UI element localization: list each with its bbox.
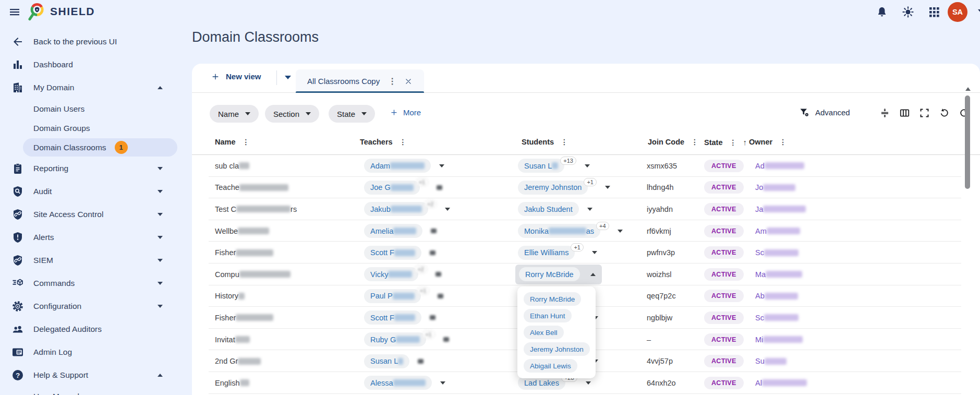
- sidebar-item-user-manual[interactable]: User Manual: [0, 387, 188, 395]
- chevron-down-icon[interactable]: [158, 167, 163, 170]
- dropdown-option[interactable]: Jeremy Johnston: [524, 342, 596, 356]
- vertical-scrollbar[interactable]: [965, 95, 970, 189]
- teacher-chip[interactable]: Scott F: [364, 246, 421, 260]
- chip-label: Name: [218, 110, 239, 118]
- row-height-icon[interactable]: [879, 107, 890, 118]
- notifications-icon[interactable]: [876, 6, 888, 18]
- sidebar-item-alerts[interactable]: Alerts: [0, 226, 188, 249]
- chevron-down-icon[interactable]: [158, 282, 163, 285]
- sidebar-item-domain-classrooms[interactable]: Domain Classrooms1: [0, 138, 188, 157]
- cell-teachers: Vicky +2: [364, 264, 441, 285]
- dropdown-option[interactable]: Ethan Hunt: [524, 309, 596, 322]
- teacher-chip[interactable]: Joe G: [364, 181, 420, 195]
- chevron-down-icon[interactable]: [158, 190, 163, 193]
- student-chip[interactable]: Ellie Williams: [518, 246, 575, 260]
- sidebar-item-audit[interactable]: Audit: [0, 180, 188, 203]
- theme-toggle-icon[interactable]: [902, 6, 914, 18]
- chevron-up-icon[interactable]: [158, 374, 163, 377]
- student-chip[interactable]: Rorry McBride: [519, 267, 580, 281]
- students-combobox-open[interactable]: Rorry McBride: [515, 265, 602, 284]
- column-menu-icon[interactable]: ⋮: [561, 138, 568, 146]
- sidebar-item-commands[interactable]: Commands: [0, 272, 188, 295]
- tab-close-icon[interactable]: [405, 78, 412, 85]
- chevron-down-icon[interactable]: [439, 164, 444, 167]
- sidebar-item-my-domain[interactable]: My Domain: [0, 76, 188, 99]
- dropdown-option[interactable]: Rorry McBride: [524, 292, 596, 306]
- tab-kebab-icon[interactable]: ⋮: [388, 76, 396, 86]
- avatar[interactable]: SA: [948, 2, 967, 22]
- cell-state: ACTIVE: [704, 177, 744, 199]
- filter-chip-name[interactable]: Name: [210, 105, 259, 123]
- tab-all-classrooms-copy[interactable]: All Classrooms Copy ⋮: [296, 69, 424, 93]
- column-menu-icon[interactable]: ⋮: [691, 138, 698, 146]
- columns-icon[interactable]: [899, 107, 910, 118]
- sidebar-item-site-access-control[interactable]: Site Access Control: [0, 203, 188, 226]
- sidebar-item-domain-groups[interactable]: Domain Groups: [0, 118, 188, 138]
- more-filters-button[interactable]: More: [390, 108, 421, 117]
- chevron-down-icon[interactable]: [158, 213, 163, 216]
- cell-join-code: qeq7p2c: [647, 285, 676, 307]
- column-menu-icon[interactable]: ⋮: [243, 138, 250, 146]
- chevron-down-icon[interactable]: [587, 208, 592, 211]
- teacher-chip[interactable]: Ruby G: [364, 332, 426, 346]
- student-chip[interactable]: Monika as: [518, 224, 600, 238]
- chevron-down-icon[interactable]: [158, 305, 163, 308]
- teacher-chip[interactable]: Scott F: [364, 310, 421, 325]
- student-chip[interactable]: Jakub Student: [518, 202, 579, 216]
- teacher-chip[interactable]: Adam: [364, 159, 431, 173]
- student-chip[interactable]: Susan L: [518, 159, 564, 173]
- student-chip[interactable]: Jeremy Johnston: [518, 181, 588, 195]
- teacher-chip[interactable]: Amelia: [364, 224, 422, 238]
- advanced-filter-button[interactable]: Advanced: [799, 107, 850, 118]
- dropdown-option[interactable]: Abigail Lewis: [524, 359, 596, 373]
- undo-icon[interactable]: [939, 107, 950, 118]
- column-header-students[interactable]: Students⋮: [522, 138, 568, 146]
- column-header-teachers[interactable]: Teachers⋮: [360, 138, 407, 146]
- new-view-button[interactable]: New view: [211, 72, 261, 81]
- scrollbar-up-icon[interactable]: [965, 87, 971, 91]
- chevron-down-icon[interactable]: [605, 186, 610, 189]
- hamburger-menu-icon[interactable]: [8, 6, 21, 18]
- sidebar-item-configuration[interactable]: Configuration: [0, 295, 188, 318]
- filter-chip-state[interactable]: State: [329, 105, 375, 123]
- teacher-chip[interactable]: Vicky: [364, 267, 418, 281]
- teacher-chip[interactable]: Paul P: [364, 289, 421, 303]
- chevron-down-icon[interactable]: [440, 381, 445, 385]
- sidebar-item-dashboard[interactable]: Dashboard: [0, 53, 188, 76]
- chevron-down-icon[interactable]: [445, 208, 450, 211]
- column-header-owner[interactable]: Owner⋮: [749, 138, 787, 146]
- chevron-up-icon[interactable]: [158, 86, 163, 89]
- sort-ascending-icon[interactable]: ↑: [743, 138, 747, 147]
- cell-name: Teache: [215, 177, 288, 199]
- sidebar-item-help-support[interactable]: ?Help & Support: [0, 364, 188, 387]
- column-menu-icon[interactable]: ⋮: [729, 138, 736, 147]
- chevron-down-icon[interactable]: [158, 259, 163, 262]
- dropdown-option[interactable]: Alex Bell: [524, 326, 596, 339]
- fullscreen-icon[interactable]: [919, 107, 930, 118]
- apps-grid-icon[interactable]: [928, 6, 940, 18]
- chevron-up-icon[interactable]: [590, 273, 596, 276]
- sidebar-item-admin-log[interactable]: Admin Log: [0, 341, 188, 364]
- column-header-join-code[interactable]: Join Code⋮: [648, 138, 698, 146]
- sidebar-item-siem[interactable]: SIEM: [0, 249, 188, 272]
- filter-chip-section[interactable]: Section: [265, 105, 319, 123]
- column-header-name[interactable]: Name⋮: [215, 138, 250, 146]
- column-header-state[interactable]: State⋮↑: [704, 138, 747, 147]
- sidebar-item-back-to-the-previous-ui[interactable]: Back to the previous UI: [0, 30, 188, 53]
- sidebar-item-reporting[interactable]: Reporting: [0, 157, 188, 180]
- sidebar-item-delegated-auditors[interactable]: Delegated Auditors: [0, 318, 188, 341]
- chevron-down-icon[interactable]: [158, 236, 163, 239]
- chevron-down-icon[interactable]: [585, 164, 590, 167]
- view-list-caret-icon[interactable]: [285, 76, 291, 79]
- account-caret-icon[interactable]: [978, 9, 980, 13]
- chevron-down-icon[interactable]: [586, 381, 591, 385]
- column-menu-icon[interactable]: ⋮: [779, 138, 787, 146]
- teacher-chip[interactable]: Alessa: [364, 376, 432, 390]
- column-menu-icon[interactable]: ⋮: [400, 138, 407, 146]
- chevron-down-icon[interactable]: [618, 230, 623, 233]
- cell-name: Wellbe: [215, 220, 269, 242]
- sidebar-item-domain-users[interactable]: Domain Users: [0, 99, 188, 118]
- teacher-chip[interactable]: Susan L: [364, 354, 409, 368]
- teacher-chip[interactable]: Jakub: [364, 202, 428, 216]
- chevron-down-icon[interactable]: [592, 251, 597, 254]
